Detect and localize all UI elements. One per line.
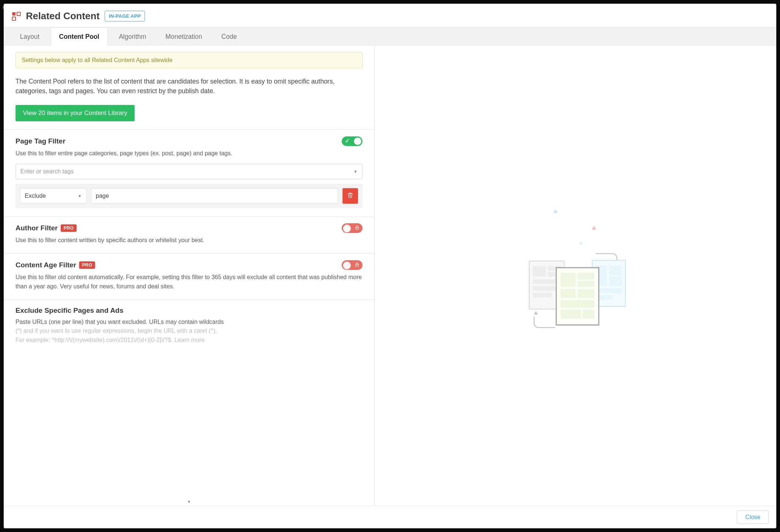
chevron-down-icon: ▼ xyxy=(78,194,82,198)
svg-rect-29 xyxy=(561,310,581,319)
inpage-app-badge: IN-PAGE APP xyxy=(105,11,145,21)
tag-search-input[interactable]: Enter or search tags ▼ xyxy=(16,164,362,179)
content-pool-description: The Content Pool refers to the list of c… xyxy=(16,77,362,96)
author-filter-toggle[interactable] xyxy=(342,223,362,233)
settings-modal: Related Content IN-PAGE APP Layout Conte… xyxy=(4,4,776,528)
content-age-filter-title: Content Age Filter PRO xyxy=(16,261,95,269)
lock-icon xyxy=(355,225,359,231)
tab-monetization[interactable]: Monetization xyxy=(157,28,210,45)
svg-rect-15 xyxy=(533,293,551,297)
lock-icon xyxy=(355,262,359,268)
svg-marker-5 xyxy=(553,209,558,213)
exclude-pages-desc-2: (*) and if you want to use regular expre… xyxy=(16,328,217,334)
settings-scroll-area[interactable]: Settings below apply to all Related Cont… xyxy=(4,45,374,506)
author-filter-title-text: Author Filter xyxy=(16,224,58,232)
pro-badge: PRO xyxy=(79,261,95,269)
tab-bar: Layout Content Pool Algorithm Monetizati… xyxy=(4,27,776,45)
tab-layout[interactable]: Layout xyxy=(12,28,48,45)
svg-marker-6 xyxy=(592,226,596,230)
tab-code[interactable]: Code xyxy=(213,28,245,45)
content-age-filter-toggle[interactable] xyxy=(342,260,362,270)
svg-rect-23 xyxy=(561,273,575,287)
close-button[interactable]: Close xyxy=(737,511,769,524)
svg-marker-7 xyxy=(579,241,583,244)
tab-algorithm[interactable]: Algorithm xyxy=(111,28,154,45)
svg-rect-20 xyxy=(596,288,622,293)
svg-rect-24 xyxy=(578,273,594,279)
author-filter-title: Author Filter PRO xyxy=(16,224,77,232)
svg-rect-0 xyxy=(12,12,16,16)
svg-rect-1 xyxy=(17,12,20,16)
tab-content-pool[interactable]: Content Pool xyxy=(51,27,108,45)
page-tag-filter-toggle[interactable] xyxy=(342,136,362,146)
pro-badge: PRO xyxy=(61,224,77,232)
scroll-down-hint-icon: ▾ xyxy=(188,499,190,504)
svg-rect-10 xyxy=(533,266,546,277)
rule-value-input[interactable]: page xyxy=(91,188,338,204)
page-tag-filter-desc: Use this to filter entire page categorie… xyxy=(16,149,362,158)
sitewide-notice: Settings below apply to all Related Cont… xyxy=(16,52,362,68)
svg-rect-4 xyxy=(355,264,358,266)
app-logo-icon xyxy=(12,12,21,21)
exclude-pages-desc: Paste URLs (one per line) that you want … xyxy=(16,318,362,345)
svg-rect-28 xyxy=(561,300,594,308)
delete-rule-button[interactable] xyxy=(342,188,358,204)
rule-mode-select[interactable]: Exclude ▼ xyxy=(20,188,87,204)
content-pool-illustration-icon xyxy=(516,206,635,346)
content-age-filter-title-text: Content Age Filter xyxy=(16,261,76,269)
filter-rule-row: Exclude ▼ page xyxy=(16,184,362,208)
exclude-pages-title: Exclude Specific Pages and Ads xyxy=(16,306,362,315)
svg-rect-25 xyxy=(578,281,594,287)
intro-section: Settings below apply to all Related Cont… xyxy=(4,45,374,130)
modal-body: Settings below apply to all Related Cont… xyxy=(4,45,776,506)
page-tag-filter-title: Page Tag Filter xyxy=(16,137,65,145)
view-library-button[interactable]: View 20 items in your Content Library xyxy=(16,105,135,121)
svg-rect-19 xyxy=(609,277,622,286)
svg-rect-2 xyxy=(12,17,16,20)
svg-rect-26 xyxy=(561,289,575,298)
svg-rect-3 xyxy=(355,227,358,229)
settings-pane: Settings below apply to all Related Cont… xyxy=(4,45,375,506)
author-filter-desc: Use this to filter content written by sp… xyxy=(16,236,362,245)
page-tag-filter-section: Page Tag Filter Use this to filter entir… xyxy=(4,130,374,217)
author-filter-section: Author Filter PRO Use th xyxy=(4,217,374,254)
exclude-pages-section: Exclude Specific Pages and Ads Paste URL… xyxy=(4,300,374,353)
svg-rect-18 xyxy=(609,265,622,275)
preview-pane xyxy=(375,45,776,506)
exclude-pages-desc-3: For example: ^http:\/\/(mywebsite).com\/… xyxy=(16,337,205,343)
modal-footer: Close xyxy=(4,506,776,528)
modal-header: Related Content IN-PAGE APP xyxy=(4,4,776,27)
trash-icon xyxy=(347,192,353,200)
rule-value-text: page xyxy=(96,193,109,199)
chevron-down-icon: ▼ xyxy=(354,169,358,174)
page-title: Related Content xyxy=(26,10,99,22)
rule-mode-value: Exclude xyxy=(25,193,46,199)
exclude-pages-desc-1: Paste URLs (one per line) that you want … xyxy=(16,319,224,325)
svg-rect-30 xyxy=(583,310,594,319)
svg-rect-27 xyxy=(578,289,594,298)
tag-search-placeholder: Enter or search tags xyxy=(20,168,74,175)
content-age-filter-section: Content Age Filter PRO U xyxy=(4,254,374,300)
content-age-filter-desc: Use this to filter old content automatic… xyxy=(16,273,362,291)
svg-marker-31 xyxy=(534,311,538,315)
